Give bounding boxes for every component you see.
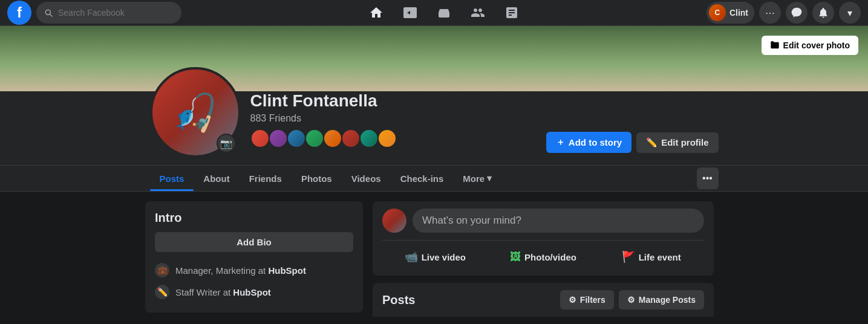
camera-icon [770,40,780,50]
profile-section: 🎣 📷 Clint Fontanella 883 Friends ＋ Add t… [0,91,868,166]
life-event-button[interactable]: 🚩 Life event [598,245,704,268]
composer-top: What's on your mind? [382,209,704,233]
profile-tabs-bar: Posts About Friends Photos Videos Check-… [0,166,868,192]
tab-checkins[interactable]: Check-ins [391,166,454,191]
profile-name: Clint Fontanella [250,91,537,111]
tabs-inner: Posts About Friends Photos Videos Check-… [150,166,719,191]
post-input[interactable]: What's on your mind? [413,209,704,233]
chevron-down-btn[interactable]: ▾ [839,2,861,24]
cover-photo-area: Edit cover photo [0,26,868,91]
user-avatar-small: C [709,4,726,21]
ellipsis-icon: ••• [702,173,713,184]
search-input[interactable] [58,8,174,18]
edit-profile-button[interactable]: ✏️ Edit profile [636,132,718,153]
photo-icon: 🖼 [510,251,521,264]
add-to-story-button[interactable]: ＋ Add to story [546,132,631,153]
manage-icon: ⚙ [627,295,635,305]
notifications-btn[interactable] [812,2,834,24]
friend-avatar[interactable] [359,129,379,148]
intro-title: Intro [155,211,353,225]
facebook-logo: f [7,1,31,25]
add-bio-button[interactable]: Add Bio [155,232,353,252]
composer-avatar [382,209,406,233]
more-options-button[interactable]: ••• [697,167,719,189]
nav-right-controls: C Clint ⋯ ▾ [706,2,861,24]
right-column: What's on your mind? 📹 Live video 🖼 Phot… [373,201,714,317]
tab-photos[interactable]: Photos [292,166,342,191]
marketplace-nav-btn[interactable] [429,2,458,24]
photo-video-button[interactable]: 🖼 Photo/video [491,246,596,268]
writer-icon: ✏️ [155,285,169,299]
search-icon [44,8,53,18]
change-photo-button[interactable]: 📷 [217,134,236,153]
posts-title: Posts [382,293,415,307]
home-nav-btn[interactable] [362,2,391,24]
friend-avatar[interactable] [377,129,397,148]
composer-actions: 📹 Live video 🖼 Photo/video 🚩 Life event [382,245,704,268]
friends-count: 883 Friends [250,113,537,124]
live-video-icon: 📹 [405,250,418,264]
chevron-down-icon: ▾ [487,173,492,184]
friend-avatar[interactable] [250,129,270,148]
work-icon: 💼 [155,263,169,277]
marketplace-icon [437,5,451,20]
apps-btn[interactable]: ⋯ [759,2,781,24]
intro-item-text: Manager, Marketing at HubSpot [175,265,306,276]
video-icon [403,5,417,20]
posts-actions: ⚙ Filters ⚙ Manage Posts [560,290,704,309]
user-profile-btn[interactable]: C Clint [706,2,754,24]
profile-info: Clint Fontanella 883 Friends [250,91,537,158]
home-icon [369,5,383,20]
top-navigation: f C Clint ⋯ ▾ [0,0,868,26]
bell-icon [817,7,829,19]
news-nav-btn[interactable] [497,2,526,24]
friend-avatar[interactable] [305,129,324,148]
divider [382,240,704,241]
groups-icon [471,5,485,20]
video-nav-btn[interactable] [396,2,425,24]
pencil-icon: ✏️ [646,137,658,148]
tab-posts[interactable]: Posts [150,166,194,191]
friend-avatar[interactable] [269,129,288,148]
tab-about[interactable]: About [194,166,239,191]
profile-inner: 🎣 📷 Clint Fontanella 883 Friends ＋ Add t… [150,91,719,165]
post-composer-card: What's on your mind? 📹 Live video 🖼 Phot… [373,201,714,276]
friend-avatar[interactable] [287,129,306,148]
intro-card: Intro Add Bio 💼 Manager, Marketing at Hu… [145,201,363,313]
main-content: Intro Add Bio 💼 Manager, Marketing at Hu… [145,192,714,317]
left-column: Intro Add Bio 💼 Manager, Marketing at Hu… [145,201,363,317]
live-video-button[interactable]: 📹 Live video [382,245,488,268]
intro-item-text-2: Staff Writer at HubSpot [175,287,271,297]
manage-posts-button[interactable]: ⚙ Manage Posts [619,290,704,309]
groups-nav-btn[interactable] [463,2,492,24]
friend-avatar[interactable] [323,129,342,148]
profile-actions: ＋ Add to story ✏️ Edit profile [546,132,719,158]
posts-header: Posts ⚙ Filters ⚙ Manage Posts [373,283,714,317]
tab-more[interactable]: More ▾ [453,166,501,191]
cover-photo [0,26,868,91]
user-name-label: Clint [729,8,748,18]
tab-friends[interactable]: Friends [240,166,292,191]
friend-avatar[interactable] [341,129,361,148]
filters-button[interactable]: ⚙ Filters [560,290,614,309]
intro-item-writer: ✏️ Staff Writer at HubSpot [155,281,353,303]
profile-picture-wrap: 🎣 📷 [150,67,241,158]
tab-videos[interactable]: Videos [342,166,391,191]
edit-cover-photo-button[interactable]: Edit cover photo [762,36,858,55]
friends-avatars [250,129,537,148]
messenger-btn[interactable] [786,2,808,24]
news-icon [504,5,519,20]
filter-icon: ⚙ [569,295,576,305]
intro-item-manager: 💼 Manager, Marketing at HubSpot [155,259,353,281]
nav-center-icons [181,2,706,24]
messenger-icon [791,7,803,19]
plus-icon: ＋ [556,137,565,148]
life-event-icon: 🚩 [622,250,635,264]
search-bar[interactable] [36,2,181,24]
